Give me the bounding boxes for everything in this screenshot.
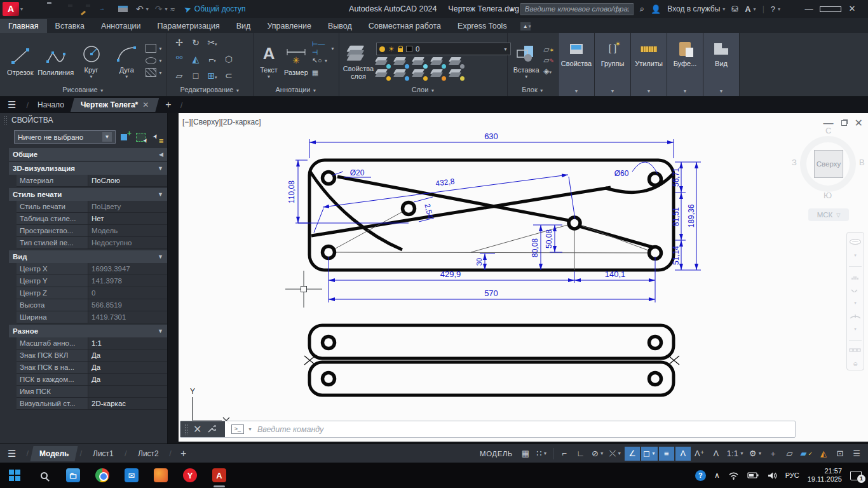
speaker-icon[interactable] <box>767 471 777 480</box>
redo-icon[interactable]: ↷ <box>155 4 163 14</box>
osnap-tracking-toggle[interactable]: ∠ <box>625 447 640 461</box>
insert-dropdown-icon[interactable]: ▼ <box>524 74 529 79</box>
scale-icon[interactable]: □ <box>193 71 198 81</box>
app-icon-mail[interactable]: ✉​ <box>117 463 146 488</box>
property-row[interactable]: Имя ПСК <box>17 386 167 398</box>
panel-annotation-label[interactable]: Аннотации ▼ <box>254 85 339 96</box>
property-row[interactable]: Стиль печати ПоЦвету <box>17 201 167 213</box>
circle-button[interactable]: Круг ▼ <box>75 42 108 79</box>
clean-screen-icon[interactable]: ◭ <box>816 447 831 461</box>
app-icon-yandex[interactable]: Y <box>175 463 205 488</box>
signin-dropdown-icon[interactable]: ▾ <box>722 6 725 12</box>
property-row[interactable]: Пространство... Модель <box>17 225 167 237</box>
tab-manage[interactable]: Управление <box>259 19 320 33</box>
layer-select[interactable]: ☀ 0 ▼ <box>376 43 511 55</box>
lineweight-toggle[interactable]: ≡ <box>659 447 674 461</box>
viewcube-south[interactable]: Ю <box>824 191 832 200</box>
clock[interactable]: 21:57 19.11.2025 <box>808 467 842 484</box>
tray-help-icon[interactable]: ? <box>695 470 706 481</box>
edit-block-icon[interactable]: ▱✎ <box>543 56 554 65</box>
plot-icon[interactable] <box>118 4 130 14</box>
move-icon[interactable]: ✢ <box>175 37 183 48</box>
fillet-icon[interactable]: ⌐▾ <box>208 54 216 64</box>
ribbon-collapse-button[interactable]: ▲▾ <box>520 22 531 33</box>
property-row[interactable]: Высота 566.8519 <box>17 299 167 311</box>
trim-icon[interactable]: ✂▾ <box>207 37 217 48</box>
property-row[interactable]: Масштаб анно... 1:1 <box>17 337 167 349</box>
property-row[interactable]: Знак ПСК ВКЛ Да <box>17 349 167 362</box>
section-general[interactable]: Общие◀ <box>9 148 167 161</box>
insert-block-button[interactable]: Вставка ▼ <box>512 42 541 79</box>
section-misc[interactable]: Разное▼ <box>9 325 167 337</box>
panel-draw-label[interactable]: Рисование ▼ <box>0 85 166 96</box>
toggle-pickadd-icon[interactable] <box>119 132 132 142</box>
section-plot-style[interactable]: Стиль печати▼ <box>9 188 167 201</box>
zoom-extents-icon[interactable] <box>850 288 861 293</box>
viewcube-north[interactable]: С <box>825 126 831 135</box>
linear-dim-button[interactable]: ⊢—⊣▼ <box>312 43 335 53</box>
save-as-icon[interactable] <box>83 4 94 14</box>
layout-tab-list1[interactable]: Лист1 <box>84 446 123 461</box>
object-snap-toggle[interactable]: ◻▼ <box>641 447 658 461</box>
file-tab-start[interactable]: Начало <box>31 98 71 112</box>
section-3d-visualization[interactable]: 3D-визуализация▼ <box>9 162 167 175</box>
tab-parametric[interactable]: Параметризация <box>149 19 228 33</box>
drawing-canvas[interactable]: [−][Сверху][2D-каркас] — ✕ <box>179 113 868 442</box>
redo-dropdown-icon[interactable]: ▾ <box>165 6 168 12</box>
tab-output[interactable]: Вывод <box>320 19 360 33</box>
orbit-icon[interactable] <box>849 314 862 318</box>
annotation-monitor-icon[interactable]: ＋ <box>765 447 780 461</box>
search-input[interactable] <box>520 3 634 15</box>
autodesk-app-icon[interactable]: A <box>745 4 750 14</box>
viewcube-face-top[interactable]: Сверху <box>814 150 843 178</box>
snap-toggle[interactable]: ∷▼ <box>534 447 550 461</box>
model-space-button[interactable]: МОДЕЛЬ <box>480 450 513 458</box>
mirror-icon[interactable]: ◭ <box>193 54 200 64</box>
property-row[interactable]: Центр Z 0 <box>17 287 167 299</box>
file-tabs-menu-icon[interactable]: ☰ <box>0 99 24 111</box>
leader-button[interactable]: ↖○▼ <box>312 55 335 65</box>
isodraft-toggle[interactable]: ⤬▼ <box>607 447 623 461</box>
dynamic-input-toggle[interactable]: ⌐ <box>557 447 572 461</box>
quick-select-icon[interactable] <box>151 132 163 142</box>
pan-icon[interactable] <box>850 274 861 280</box>
palette-grip[interactable] <box>4 116 7 125</box>
minimize-button[interactable]: — <box>798 0 820 18</box>
viewcube-west[interactable]: З <box>792 158 797 167</box>
section-view[interactable]: Вид▼ <box>9 250 167 263</box>
property-row[interactable]: Ширина 1419.7301 <box>17 311 167 323</box>
table-button[interactable]: ▦ <box>312 67 335 78</box>
start-button[interactable] <box>0 463 29 488</box>
search-icon[interactable]: ⌕ <box>640 4 644 14</box>
tab-collaborate[interactable]: Совместная работа <box>360 19 449 33</box>
text-dropdown-icon[interactable]: ▼ <box>267 74 271 79</box>
viewcube[interactable]: С З В Ю Сверху МСК ▽ <box>794 127 863 226</box>
layer-tool-icon[interactable] <box>431 69 444 79</box>
line-button[interactable]: Отрезок <box>4 44 37 77</box>
navbar-minimize-icon[interactable]: ⊖ <box>853 361 858 367</box>
layout-menu-icon[interactable]: ☰ <box>0 448 24 459</box>
panel-groups-collapsed[interactable]: Группы ▼ <box>595 33 631 96</box>
offset-icon[interactable]: ⊂ <box>225 71 233 81</box>
restore-button[interactable] <box>820 0 841 18</box>
layer-tool-icon[interactable] <box>413 69 426 79</box>
showmotion-icon[interactable] <box>849 348 862 353</box>
command-close-icon[interactable]: ✕ <box>193 423 201 435</box>
battery-icon[interactable] <box>747 471 759 479</box>
undo-dropdown-icon[interactable]: ▾ <box>146 6 149 12</box>
ortho-toggle[interactable]: ∟ <box>573 447 588 461</box>
notification-icon[interactable]: 1 <box>850 471 862 480</box>
layer-tool-icon[interactable] <box>376 57 389 67</box>
tab-annotate[interactable]: Аннотации <box>93 19 149 33</box>
polar-tracking-toggle[interactable]: ⊘▼ <box>590 447 606 461</box>
grid-toggle[interactable]: ▦ <box>518 447 533 461</box>
copy-icon[interactable]: ⁰⁰ <box>175 54 182 64</box>
panel-properties-collapsed[interactable]: Свойства ▼ <box>559 33 595 96</box>
layer-tool-icon[interactable] <box>395 57 407 67</box>
autoscale-toggle[interactable]: Λ⁺ <box>692 447 707 461</box>
signin-label[interactable]: Вход в службы <box>667 4 720 13</box>
property-row[interactable]: Визуальный ст... 2D-каркас <box>17 398 167 410</box>
close-button[interactable]: ✕ <box>841 0 863 18</box>
tab-express-tools[interactable]: Express Tools <box>449 19 515 33</box>
app-icon-autocad[interactable]: A <box>205 463 234 488</box>
